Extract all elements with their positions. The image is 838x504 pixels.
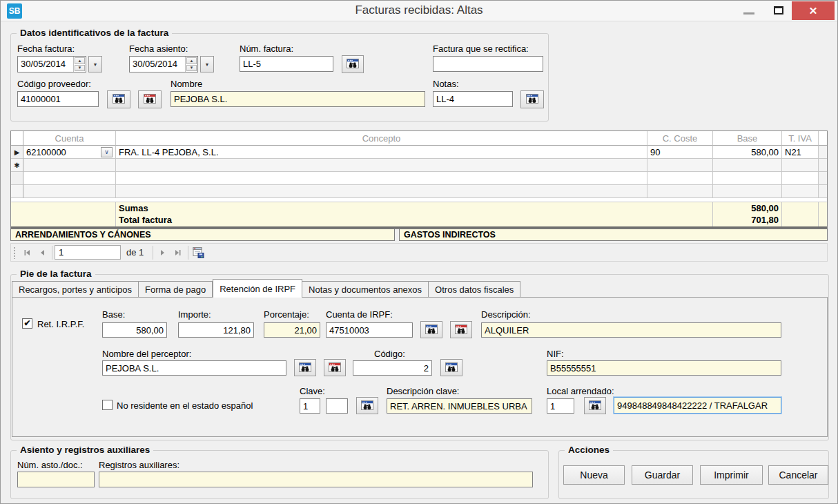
table-row[interactable] (11, 185, 827, 198)
tab-recargos[interactable]: Recargos, portes y anticipos (12, 281, 139, 298)
perceptor-advanced-search-button[interactable] (324, 359, 346, 376)
concepto-cell[interactable] (116, 172, 647, 185)
fecha-factura-calendar-dropdown[interactable]: ▼ (88, 56, 102, 72)
tab-notas-anexos[interactable]: Notas y documentos anexos (302, 281, 429, 298)
proveedor-advanced-search-button[interactable] (138, 90, 162, 108)
grid-scrollbar[interactable] (819, 159, 827, 172)
concepto-cell[interactable] (116, 159, 647, 172)
num-factura-search-button[interactable] (342, 55, 364, 73)
spin-up-icon[interactable]: ▲ (75, 57, 85, 64)
codigo-input[interactable]: 2 (353, 360, 432, 376)
cuenta-cell[interactable] (23, 159, 116, 172)
tab-retencion-irpf[interactable]: Retención de IRPF (213, 279, 302, 298)
close-button[interactable]: ✕ (792, 1, 835, 20)
codigo-search-button[interactable] (440, 359, 462, 376)
cuenta-cell[interactable] (23, 172, 116, 185)
coste-cell[interactable] (647, 172, 713, 185)
ret-irpf-checkbox[interactable]: ✔ (22, 318, 32, 329)
view-asiento-button[interactable] (191, 245, 206, 260)
cuenta-cell[interactable]: 62100000∨ (23, 146, 116, 159)
tab-otros-datos[interactable]: Otros datos fiscales (429, 281, 520, 298)
fecha-asiento-input[interactable]: 30/05/2014 ▲▼ (129, 56, 198, 72)
coste-cell[interactable] (647, 185, 713, 198)
num-factura-input[interactable]: LL-5 (240, 56, 333, 72)
previous-record-button[interactable] (35, 245, 50, 260)
clave-input[interactable]: 1 (300, 398, 320, 414)
iva-cell[interactable] (782, 159, 819, 172)
grid-header-base[interactable]: Base (713, 131, 782, 146)
fecha-factura-picker[interactable]: 30/05/2014 ▲▼ ▼ (17, 56, 102, 72)
grid-header-coste[interactable]: C. Coste (647, 131, 713, 146)
fecha-factura-spinner[interactable]: ▲▼ (73, 57, 86, 72)
spin-down-icon[interactable]: ▼ (75, 65, 85, 72)
fecha-asiento-spinner[interactable]: ▲▼ (185, 57, 197, 72)
perceptor-search-button[interactable] (294, 359, 316, 376)
perceptor-input[interactable]: PEJOBA S.L. (102, 360, 286, 376)
iva-cell[interactable] (782, 172, 819, 185)
imprimir-button[interactable]: Imprimir (700, 465, 763, 485)
table-row[interactable]: ✱ (11, 159, 827, 172)
concepto-cell[interactable] (116, 185, 647, 198)
minimize-button[interactable] (738, 6, 760, 17)
spin-down-icon[interactable]: ▼ (186, 65, 197, 72)
grid-scrollbar[interactable] (819, 172, 827, 185)
window-title: Facturas recibidas: Altas (1, 3, 837, 17)
base-input[interactable]: 580,00 (102, 322, 167, 338)
codigo-proveedor-input[interactable]: 41000001 (17, 91, 99, 107)
grid-header-iva[interactable]: T. IVA (782, 131, 819, 146)
table-row[interactable] (11, 172, 827, 185)
cuenta-irpf-search-button[interactable] (420, 321, 442, 338)
binoculars-red-icon (455, 324, 467, 336)
subclave-input[interactable] (326, 398, 348, 414)
local-arrendado-input[interactable]: 1 (547, 398, 574, 414)
notas-input[interactable]: LL-4 (433, 91, 513, 107)
no-residente-checkbox[interactable] (102, 400, 113, 410)
nueva-button[interactable]: Nueva (563, 465, 625, 485)
spin-up-icon[interactable]: ▲ (186, 57, 197, 64)
grid-header-concepto[interactable]: Concepto (116, 131, 647, 146)
fecha-factura-input[interactable]: 30/05/2014 ▲▼ (17, 56, 86, 72)
local-arrendado-detalle-input[interactable]: 949848849848422222 / TRAFALGAR (614, 397, 781, 414)
cuenta-combo-dropdown[interactable]: ∨ (101, 147, 113, 157)
cuenta-irpf-advanced-search-button[interactable] (450, 321, 472, 338)
coste-cell[interactable]: 90 (647, 146, 713, 159)
local-arrendado-search-button[interactable] (584, 397, 606, 414)
total-factura-label: Total factura (119, 214, 710, 226)
maximize-button[interactable] (771, 5, 788, 17)
cancelar-button[interactable]: Cancelar (768, 465, 828, 485)
factura-rectifica-input[interactable] (433, 56, 543, 72)
importe-input[interactable]: 121,80 (178, 322, 254, 338)
base-cell[interactable] (713, 185, 782, 198)
next-record-button[interactable] (155, 245, 170, 260)
guardar-button[interactable]: Guardar (632, 465, 693, 485)
perceptor-label: Nombre del perceptor: (102, 349, 191, 359)
last-record-button[interactable] (170, 245, 186, 260)
base-cell[interactable] (713, 159, 782, 172)
grid-scrollbar[interactable] (819, 185, 827, 198)
cuenta-irpf-input[interactable]: 47510003 (326, 322, 413, 338)
clave-search-button[interactable] (356, 397, 378, 414)
iva-cell[interactable]: N21 (782, 146, 819, 159)
cuenta-cell[interactable] (23, 185, 116, 198)
base-cell[interactable] (713, 172, 782, 185)
first-record-button[interactable] (19, 245, 35, 260)
title-bar: SB Facturas recibidas: Altas ✕ (1, 1, 837, 21)
concepto-cell[interactable]: FRA. LL-4 PEJOBA, S.L. (116, 146, 647, 159)
fecha-asiento-picker[interactable]: 30/05/2014 ▲▼ ▼ (129, 56, 214, 72)
current-record-input[interactable]: 1 (55, 245, 121, 260)
tab-forma-pago[interactable]: Forma de pago (139, 281, 213, 298)
registros-auxiliares-field (99, 472, 533, 487)
grid-scrollbar[interactable] (819, 146, 827, 159)
notas-search-button[interactable] (520, 90, 544, 108)
fecha-asiento-calendar-dropdown[interactable]: ▼ (200, 56, 214, 72)
iva-cell[interactable] (782, 185, 819, 198)
base-cell[interactable]: 580,00 (713, 146, 782, 159)
nif-field: B55555551 (547, 360, 781, 376)
band-arrendamientos: ARRENDAMIENTOS Y CÁNONES (10, 229, 395, 241)
asiento-registros-title: Asiento y registros auxiliares (17, 445, 153, 455)
acciones-title: Acciones (565, 445, 613, 455)
coste-cell[interactable] (647, 159, 713, 172)
proveedor-search-button[interactable] (107, 90, 130, 108)
table-row[interactable]: ▶ 62100000∨ FRA. LL-4 PEJOBA, S.L. 90 58… (11, 146, 827, 159)
grid-header-cuenta[interactable]: Cuenta (23, 131, 116, 146)
